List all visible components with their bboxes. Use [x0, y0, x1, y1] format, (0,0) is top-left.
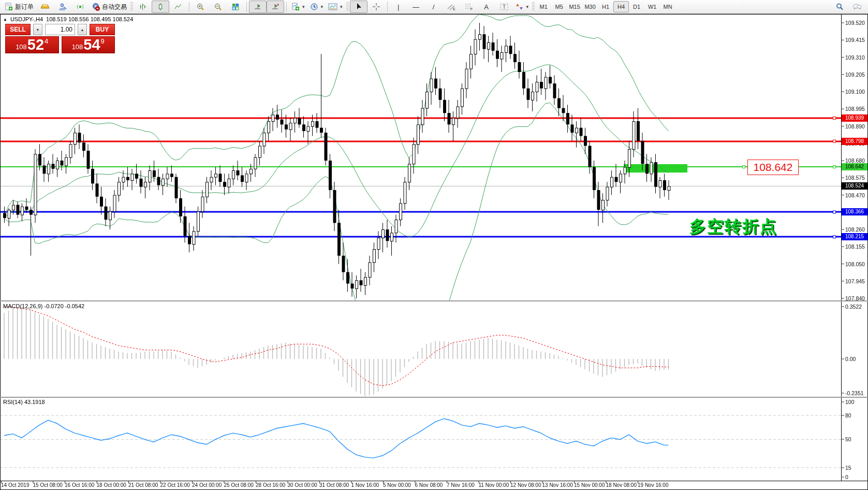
chart-title: ▲ USDJPY-,H4 108.519 108.556 108.495 108… — [3, 16, 133, 22]
buy-price-box[interactable]: 108 54 9 — [62, 36, 115, 53]
sell-price-box[interactable]: 108 52 4 — [5, 36, 59, 53]
timeframe-h4[interactable]: H4 — [613, 1, 629, 12]
zoom-in-button[interactable] — [192, 1, 209, 13]
signal-icon — [76, 3, 84, 11]
timeframe-d1[interactable]: D1 — [629, 1, 644, 12]
cursor-button[interactable] — [350, 1, 367, 13]
auto-trading-button[interactable]: 自动交易 — [89, 1, 129, 13]
toolbar-separator — [189, 2, 189, 12]
arrows-button[interactable]: ▾ — [513, 1, 532, 13]
candlestick-icon — [156, 3, 165, 11]
gold-deposit-button[interactable] — [36, 1, 54, 13]
crosshair-button[interactable] — [367, 1, 385, 13]
rsi-tick-label: 100 — [845, 399, 855, 405]
trendline-button[interactable]: / — [425, 1, 443, 13]
rsi-indicator-label: RSI(14) 43.1918 — [3, 399, 45, 405]
auto-trading-label: 自动交易 — [102, 3, 127, 11]
macd-tick-label: 0.3522 — [845, 304, 862, 310]
timeframe-m15[interactable]: M15 — [567, 1, 582, 12]
tile-windows-button[interactable] — [227, 1, 244, 13]
symbol-period-label: USDJPY-,H4 — [10, 16, 43, 22]
channel-icon: E — [447, 3, 456, 11]
time-axis-label: 30 Oct 00:00 — [288, 482, 317, 488]
volume-step-down-button[interactable]: ▼ — [33, 24, 42, 35]
add-indicator-button[interactable]: ▾ — [289, 1, 307, 13]
new-order-button[interactable]: 新订单 — [2, 1, 36, 13]
price-tick-label: 107.945 — [845, 278, 865, 284]
auto-trading-icon — [92, 3, 100, 11]
chat-icon — [852, 3, 862, 11]
candlestick-button[interactable] — [152, 1, 169, 13]
timeframe-m1[interactable]: M1 — [536, 1, 551, 12]
macd-tick-label: 0.00 — [845, 356, 856, 362]
chart-shift-icon — [271, 3, 279, 11]
collapse-panel-arrow[interactable]: ▲ — [3, 17, 7, 22]
timeframe-mn[interactable]: MN — [660, 1, 675, 12]
fibonacci-button[interactable]: F — [460, 1, 478, 13]
chart-shift-button[interactable] — [267, 1, 284, 13]
horizontal-line-button[interactable]: — — [407, 1, 425, 13]
timeframe-m5[interactable]: M5 — [551, 1, 567, 12]
text-icon: A — [484, 3, 489, 11]
search-button[interactable] — [831, 1, 848, 13]
chart-area[interactable] — [0, 0, 868, 490]
timeframe-m30[interactable]: M30 — [582, 1, 598, 12]
turning-point-annotation[interactable]: 多空转折点 — [689, 215, 777, 238]
price-tick-label: 109.100 — [845, 89, 865, 95]
zoom-out-icon — [214, 3, 222, 11]
signal-button[interactable] — [71, 1, 89, 13]
time-axis-label: 13 Nov 16:00 — [542, 482, 573, 488]
svg-text:T: T — [503, 4, 506, 10]
time-axis-label: 5 Nov 00:00 — [383, 482, 411, 488]
text-label-button[interactable]: T — [495, 1, 513, 13]
text-button[interactable]: A — [478, 1, 495, 13]
sell-price-pip: 4 — [45, 37, 48, 45]
zoom-out-button[interactable] — [209, 1, 227, 13]
channel-button[interactable]: E — [443, 1, 460, 13]
price-callout-label[interactable]: 108.642 — [747, 160, 799, 175]
cursor-icon — [355, 3, 362, 11]
svg-text:E: E — [453, 7, 455, 11]
dropdown-arrow-icon: ▾ — [526, 4, 529, 9]
dropdown-arrow-icon: ▾ — [321, 4, 323, 9]
rsi-tick-label: 80 — [845, 412, 851, 419]
volume-input[interactable] — [46, 24, 75, 35]
toolbar-separator — [387, 2, 388, 12]
toolbar-separator — [286, 2, 287, 12]
one-click-trade-panel: SELL ▼ ▲ BUY 108 52 4 108 54 9 — [5, 24, 115, 53]
volume-step-up-button[interactable]: ▲ — [78, 24, 87, 35]
price-tick-label: 107.840 — [845, 295, 865, 301]
template-button[interactable]: ▾ — [326, 1, 345, 13]
bar-chart-button[interactable] — [134, 1, 152, 13]
auto-scroll-button[interactable] — [249, 1, 267, 13]
bar-chart-icon — [139, 3, 147, 11]
time-axis-label: 31 Oct 08:00 — [319, 482, 349, 488]
buy-button[interactable]: BUY — [90, 24, 115, 35]
timeframe-toolbar: M1M5M15M30H1H4D1W1MN — [536, 1, 675, 12]
vertical-line-button[interactable]: | — [390, 1, 407, 13]
price-tick-label: 108.575 — [845, 175, 865, 181]
buy-price-big: 54 — [83, 37, 100, 52]
line-chart-button[interactable] — [169, 1, 187, 13]
mt4-window: 新订单 自动交易 — [0, 0, 868, 490]
time-axis-label: 15 Nov 00:00 — [574, 482, 605, 488]
timeframe-h1[interactable]: H1 — [598, 1, 613, 12]
time-axis-label: 18 Nov 08:00 — [606, 482, 637, 488]
toolbar-grip — [130, 2, 133, 11]
price-tick-label: 108.050 — [845, 261, 865, 267]
price-tick-label: 108.995 — [845, 106, 865, 112]
time-axis-label: 11 Nov 00:00 — [479, 482, 509, 488]
timeframe-w1[interactable]: W1 — [644, 1, 660, 12]
template-icon — [328, 3, 337, 10]
account-button[interactable] — [54, 1, 71, 13]
chat-button[interactable] — [848, 1, 866, 13]
crosshair-icon — [372, 3, 380, 11]
price-tick-label: 109.310 — [845, 54, 865, 61]
periods-button[interactable]: ▾ — [307, 1, 326, 13]
time-axis-label: 14 Oct 2019 — [1, 482, 29, 488]
trendline-icon: / — [433, 3, 435, 11]
time-axis-label: 24 Oct 00:00 — [192, 482, 222, 488]
sell-button[interactable]: SELL — [5, 24, 31, 35]
time-axis-label: 18 Oct 00:00 — [97, 482, 126, 488]
sell-price-big: 52 — [27, 37, 44, 52]
